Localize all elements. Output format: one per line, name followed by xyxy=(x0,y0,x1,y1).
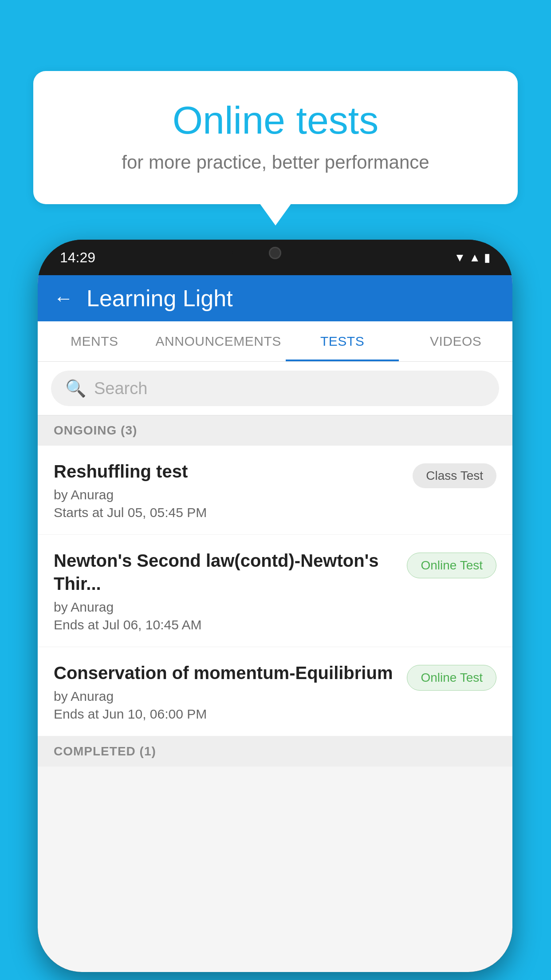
test-item[interactable]: Newton's Second law(contd)-Newton's Thir… xyxy=(38,535,512,647)
phone-notch xyxy=(231,240,319,266)
search-icon: 🔍 xyxy=(65,379,86,398)
tab-tests[interactable]: TESTS xyxy=(286,321,399,361)
test-name: Conservation of momentum-Equilibrium xyxy=(54,661,398,684)
test-info: Reshuffling test by Anurag Starts at Jul… xyxy=(54,460,413,520)
test-date: Ends at Jun 10, 06:00 PM xyxy=(54,707,398,722)
test-info: Newton's Second law(contd)-Newton's Thir… xyxy=(54,549,407,632)
completed-label: COMPLETED (1) xyxy=(54,744,156,758)
completed-section-header: COMPLETED (1) xyxy=(38,736,512,767)
test-name: Newton's Second law(contd)-Newton's Thir… xyxy=(54,549,398,595)
test-author: by Anurag xyxy=(54,600,398,615)
search-input-wrap[interactable]: 🔍 Search xyxy=(51,371,499,406)
phone-camera xyxy=(269,247,281,259)
wifi-icon: ▼ xyxy=(454,251,466,265)
search-container: 🔍 Search xyxy=(38,362,512,415)
test-info: Conservation of momentum-Equilibrium by … xyxy=(54,661,407,722)
status-bar-right: ▼ ▲ ▮ xyxy=(454,251,490,265)
speech-bubble-subtitle: for more practice, better performance xyxy=(69,152,482,173)
ongoing-label: ONGOING (3) xyxy=(54,423,137,437)
tab-videos[interactable]: VIDEOS xyxy=(399,321,512,361)
phone-screen: ← Learning Light MENTS ANNOUNCEMENTS TES… xyxy=(38,275,512,972)
test-author: by Anurag xyxy=(54,487,404,502)
test-item[interactable]: Conservation of momentum-Equilibrium by … xyxy=(38,647,512,736)
badge-online-test-2: Online Test xyxy=(407,665,496,691)
phone-time: 14:29 xyxy=(60,249,95,266)
tab-ments[interactable]: MENTS xyxy=(38,321,151,361)
back-button[interactable]: ← xyxy=(54,288,73,308)
app-header: ← Learning Light xyxy=(38,275,512,321)
test-list: Reshuffling test by Anurag Starts at Jul… xyxy=(38,446,512,736)
phone-frame: 14:29 ▼ ▲ ▮ ← Learning Light MENTS ANNOU… xyxy=(38,240,512,972)
badge-online-test: Online Test xyxy=(407,553,496,578)
speech-bubble: Online tests for more practice, better p… xyxy=(33,71,518,204)
tab-announcements[interactable]: ANNOUNCEMENTS xyxy=(151,321,286,361)
battery-icon: ▮ xyxy=(484,251,490,265)
phone-top-bar: 14:29 ▼ ▲ ▮ xyxy=(38,240,512,275)
test-name: Reshuffling test xyxy=(54,460,404,483)
test-item[interactable]: Reshuffling test by Anurag Starts at Jul… xyxy=(38,446,512,535)
app-title: Learning Light xyxy=(87,285,233,312)
ongoing-section-header: ONGOING (3) xyxy=(38,415,512,446)
test-date: Starts at Jul 05, 05:45 PM xyxy=(54,505,404,520)
tabs-bar: MENTS ANNOUNCEMENTS TESTS VIDEOS xyxy=(38,321,512,362)
search-input[interactable]: Search xyxy=(94,379,147,398)
badge-class-test: Class Test xyxy=(413,463,496,488)
test-date: Ends at Jul 06, 10:45 AM xyxy=(54,617,398,632)
speech-bubble-title: Online tests xyxy=(69,98,482,143)
test-author: by Anurag xyxy=(54,689,398,704)
signal-icon: ▲ xyxy=(469,251,480,265)
